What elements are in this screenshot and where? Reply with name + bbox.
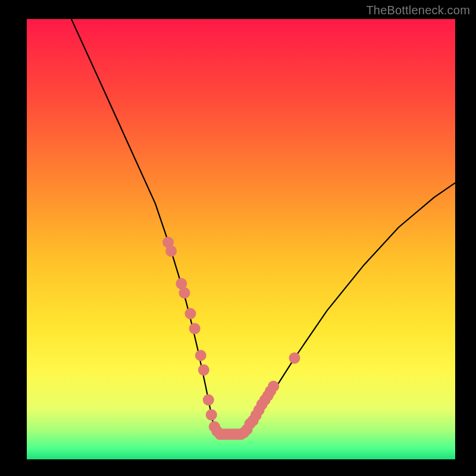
marker-dot-left (179, 287, 190, 299)
marker-dot-left (206, 409, 217, 421)
marker-dot-left (189, 323, 201, 334)
marker-dot-right (268, 381, 279, 392)
plot-background (27, 19, 455, 459)
bottleneck-chart (0, 0, 476, 476)
marker-dot-left (198, 364, 209, 375)
marker-dot-left (165, 246, 177, 257)
chart-stage: TheBottleneck.com (0, 0, 476, 476)
watermark-text: TheBottleneck.com (366, 4, 470, 17)
marker-dot-left (203, 394, 214, 406)
marker-dot-right (289, 352, 300, 364)
marker-dot-left (195, 350, 206, 361)
marker-dot-left (185, 308, 196, 320)
